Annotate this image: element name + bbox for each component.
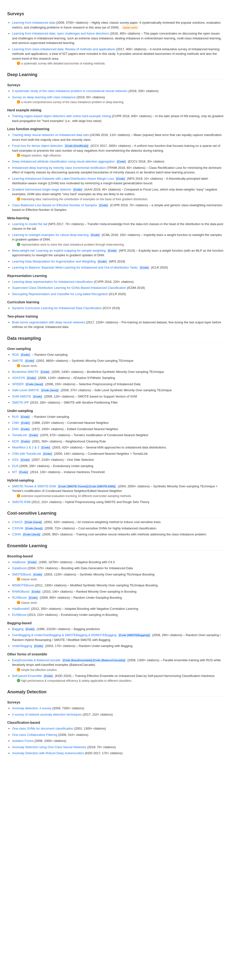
under-link-9[interactable]: EUS — [12, 464, 19, 468]
anomaly-surveys-list: Anomaly detection: A survey (2009, 7300+… — [12, 706, 225, 717]
other-link-1[interactable]: EasyEnsemble & BalanceCascade — [12, 658, 60, 662]
cost-sensitive-list: CSAC5 [Code (Java)] (2002, 420+ citation… — [12, 520, 225, 537]
under-desc-5: – Neighborhood Cleaning Rule — [63, 439, 106, 443]
under-tag-2: [Code] — [20, 421, 31, 425]
list-item: SMOTE-Tomek & SMOTE-ENN [Code (SMOTE-Tom… — [12, 484, 225, 498]
cs-link-2[interactable]: CSSVM — [12, 527, 23, 530]
survey-link-2[interactable]: Learning from imbalanced data: open chal… — [12, 32, 109, 35]
under-meta-7: (2000, 140+ citations) — [54, 452, 84, 455]
boost-meta-3: (2003, 1100+ citations) — [44, 573, 76, 576]
boost-note-3: i classic work. — [17, 577, 225, 582]
under-link-5[interactable]: NCR — [12, 439, 19, 443]
two-phase-link-1[interactable]: Brain tumor segmentation with deep neura… — [12, 320, 85, 324]
ensemble-heading: Ensemble Learning — [7, 542, 225, 550]
repr-link-2[interactable]: Supervised Class Distribution Learning f… — [12, 286, 126, 290]
boost-link-8[interactable]: EUSBoost — [12, 613, 27, 617]
repr-meta-2: (ICDM 2019) — [127, 286, 145, 290]
over-link-2[interactable]: SMOTE — [12, 359, 23, 363]
over-link-8[interactable]: SMOTE-IPF — [12, 401, 29, 404]
dl-survey-link-1[interactable]: A systematic study of the class imbalanc… — [12, 89, 128, 93]
anomaly-class-link-3[interactable]: Isolation Forest — [12, 739, 33, 743]
over-link-5[interactable]: SPIDER — [12, 382, 24, 386]
under-meta-4: (1976, 670+ citations) — [40, 433, 70, 437]
curriculum-link-1[interactable]: Dynamic Curriculum Learning for Imbalanc… — [12, 306, 102, 310]
under-link-2[interactable]: CNN — [12, 421, 19, 425]
over-link-7[interactable]: SVM-SMOTE — [12, 395, 31, 398]
dl-survey-link-2[interactable]: Survey on deep learning with class imbal… — [12, 95, 76, 99]
loss-link-1[interactable]: Training deep neural networks on imbalan… — [12, 133, 89, 137]
cs-link-3[interactable]: CSNN — [12, 533, 21, 536]
list-item: DataBoost (2004, 570+ citations) – Boost… — [12, 566, 225, 571]
surveys-list: Learning from imbalanced data (2009, 470… — [12, 20, 225, 66]
meta-link-4[interactable]: Learning Data Manipulation for Augmentat… — [12, 259, 96, 263]
boost-link-3[interactable]: SMOTEBoost — [12, 573, 31, 576]
anomaly-class-meta-4: (2018, 70+ citations) — [87, 745, 116, 749]
loss-list: Training deep neural networks on imbalan… — [12, 133, 225, 212]
list-item: Dynamic Curriculum Learning for Imbalanc… — [12, 306, 225, 310]
list-item: NCR [Code] (2001, 500+ citations) – Neig… — [12, 439, 225, 444]
list-item: ENN [Code] (1972, 1500+ citations) – Edi… — [12, 427, 225, 431]
anomaly-survey-link-1[interactable]: Anomaly detection: A survey — [12, 706, 51, 710]
bag-link-2[interactable]: OverBagging & UnderOverBagging & SMOTEBa… — [12, 633, 117, 637]
other-ensemble-list: EasyEnsemble & BalanceCascade [Code (Eas… — [12, 658, 225, 683]
under-link-3[interactable]: ENN — [12, 427, 19, 431]
hard-mining-link-1[interactable]: Training region-based object detectors w… — [12, 114, 111, 118]
anomaly-class-link-2[interactable]: One-class Collaborative Filtering — [12, 733, 57, 737]
loss-link-2[interactable]: Focal loss for dense object detection — [12, 144, 63, 148]
boost-link-2[interactable]: DataBoost — [12, 566, 27, 570]
under-link-4[interactable]: TomekLink — [12, 433, 27, 437]
boost-link-6[interactable]: RUSBoost — [12, 596, 27, 600]
over-desc-4: – ADAptive SYNthetic Sampling — [71, 376, 115, 380]
bag-link-1[interactable]: Bagging — [12, 627, 24, 631]
list-item: Learning Data Manipulation for Augmentat… — [12, 259, 225, 264]
loss-link-6[interactable]: Gradient harmonized single-stage detecto… — [12, 188, 71, 191]
under-link-8[interactable]: OSS — [12, 458, 19, 461]
list-item: Focal loss for dense object detection [C… — [12, 143, 225, 158]
meta-link-1[interactable]: Learning to model the tail — [12, 222, 47, 226]
repr-link-1[interactable]: Learning deep representation for imbalan… — [12, 280, 93, 283]
loss-link-5[interactable]: Learning Imbalanced Datasets with Label-… — [12, 177, 114, 180]
list-item: Learning to Balance: Bayesian Meta-Learn… — [12, 265, 225, 270]
loss-link-7[interactable]: Class-Balanced Loss Based on Effective N… — [12, 203, 97, 207]
list-item: SMOTE-RSB (2012, 210+ citations) – Hybri… — [12, 500, 225, 504]
loss-link-3[interactable]: Deep imbalanced attribute classification… — [12, 160, 115, 163]
over-tag-5: [Code (Java)] — [25, 382, 44, 387]
list-item: Learning to model the tail (NPS 2017, 70… — [12, 222, 225, 231]
list-item: Decoupling Representation and Classifier… — [12, 292, 225, 297]
anomaly-class-list: One-class SVMs for document classificati… — [12, 726, 225, 756]
loss-link-4[interactable]: Imbalanced deep learning by minority cla… — [12, 166, 106, 170]
over-link-3[interactable]: Borderline-SMOTE — [12, 370, 39, 374]
boost-link-5[interactable]: RAMOBoost — [12, 590, 29, 593]
survey-link-1[interactable]: Learning from imbalanced data — [12, 21, 55, 24]
meta-link-2[interactable]: Learning to reweight examples for robust… — [12, 233, 88, 237]
list-item: CSNN [Code (Java)] (2005, 950+ citations… — [12, 532, 225, 537]
hybrid-link-1[interactable]: SMOTE-Tomek & SMOTE-ENN — [12, 484, 56, 488]
cs-link-1[interactable]: CSAC5 — [12, 520, 22, 524]
anomaly-survey-link-2[interactable]: A survey of network anomaly detection te… — [12, 713, 82, 716]
boost-link-1[interactable]: AdaBoost — [12, 560, 25, 564]
under-link-7[interactable]: CNN with TomekLink — [12, 452, 41, 455]
survey-link-3[interactable]: Learning from class-imbalanced data: Rev… — [12, 47, 115, 51]
over-link-6[interactable]: Safe-Level-SMOTE — [12, 388, 39, 392]
over-link-4[interactable]: ADASYN — [12, 376, 25, 380]
repr-link-3[interactable]: Decoupling Representation and Classifier… — [12, 292, 108, 296]
anomaly-class-link-5[interactable]: Anomaly Detection with Robust Deep Autoe… — [12, 751, 84, 755]
under-link-10[interactable]: IHT — [12, 470, 17, 474]
under-link-6[interactable]: NearMiss-1 & 2 & 3 — [12, 445, 39, 449]
boost-link-7[interactable]: AdaBoostNC — [12, 607, 30, 611]
anomaly-class-link-1[interactable]: One-class SVMs for document classificati… — [12, 727, 73, 730]
list-item: IHT [Code] (2014, 130+ citations) – Inst… — [12, 470, 225, 474]
hybrid-link-2[interactable]: SMOTE-RSB — [12, 500, 31, 504]
meta-link-5[interactable]: Learning to Balance: Bayesian Meta-Learn… — [12, 266, 138, 269]
meta-link-3[interactable]: Meta-weight-net: Learning an explicit ma… — [12, 249, 106, 252]
anomaly-class-link-4[interactable]: Anomaly Detection using One-Class Neural… — [12, 745, 87, 749]
boost-link-4[interactable]: MSMOTEBoost — [12, 584, 34, 587]
hybrid-note-1: i extensive experimental evaluation invo… — [17, 494, 225, 498]
other-link-2[interactable]: Self-paced Ensemble — [12, 674, 42, 678]
orange-icon: i — [17, 100, 20, 103]
list-item: Self-paced Ensemble [Code] (KDD 2020) – … — [12, 673, 225, 683]
green-icon: ✓ — [17, 679, 20, 682]
bag-link-3[interactable]: UnderBagging — [12, 644, 32, 648]
under-link-1[interactable]: RUS — [12, 415, 19, 418]
over-link-1[interactable]: ROS — [12, 353, 19, 356]
